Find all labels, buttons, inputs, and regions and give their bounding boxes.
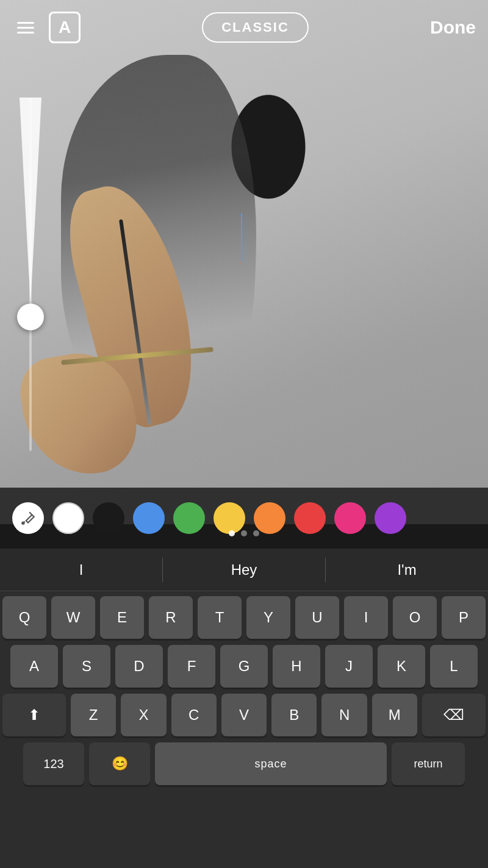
keyboard-row-1: Q W E R T Y U I O P (2, 596, 486, 639)
key-c[interactable]: C (171, 694, 217, 736)
color-white[interactable] (52, 502, 84, 534)
key-j[interactable]: J (325, 645, 373, 688)
key-m[interactable]: M (372, 694, 417, 736)
slider-track (29, 98, 32, 451)
color-yellow[interactable] (214, 502, 245, 534)
color-pink[interactable] (334, 502, 366, 534)
predictive-word-3[interactable]: I'm (326, 555, 488, 585)
key-y[interactable]: Y (246, 596, 290, 639)
key-t[interactable]: T (198, 596, 242, 639)
key-k[interactable]: K (378, 645, 425, 688)
keyboard-row-2: A S D F G H J K L (2, 645, 486, 688)
emoji-button[interactable]: 😊 (89, 742, 150, 785)
color-green[interactable] (173, 502, 205, 534)
slider-thumb[interactable] (17, 304, 44, 330)
text-cursor (241, 213, 242, 262)
shift-icon: ⬆ (28, 706, 40, 724)
key-d[interactable]: D (115, 645, 163, 688)
keyboard: Q W E R T Y U I O P A S D F G H J K L ⬆ … (0, 591, 488, 868)
color-red[interactable] (294, 502, 326, 534)
key-p[interactable]: P (442, 596, 486, 639)
key-v[interactable]: V (221, 694, 267, 736)
slider-triangle (20, 98, 41, 305)
key-q[interactable]: Q (2, 596, 46, 639)
key-w[interactable]: W (51, 596, 95, 639)
key-g[interactable]: G (220, 645, 268, 688)
key-r[interactable]: R (149, 596, 193, 639)
top-bar: A CLASSIC Done (0, 0, 488, 55)
done-button[interactable]: Done (430, 17, 476, 38)
shift-button[interactable]: ⬆ (2, 694, 66, 736)
key-s[interactable]: S (63, 645, 110, 688)
predictive-word-1[interactable]: I (0, 555, 162, 585)
key-h[interactable]: H (273, 645, 320, 688)
key-x[interactable]: X (121, 694, 166, 736)
backspace-icon: ⌫ (443, 706, 464, 724)
color-black[interactable] (93, 502, 124, 534)
hamburger-line1 (17, 22, 34, 24)
color-orange[interactable] (254, 502, 285, 534)
page-dot-1[interactable] (229, 530, 235, 536)
page-indicators (0, 530, 488, 536)
key-o[interactable]: O (393, 596, 437, 639)
color-bar (0, 488, 488, 549)
classic-style-button[interactable]: CLASSIC (202, 12, 309, 43)
key-f[interactable]: F (168, 645, 215, 688)
backspace-button[interactable]: ⌫ (422, 694, 486, 736)
hamburger-button[interactable] (12, 17, 39, 38)
key-l[interactable]: L (430, 645, 478, 688)
color-blue[interactable] (133, 502, 165, 534)
space-button[interactable]: space (155, 742, 387, 785)
key-e[interactable]: E (100, 596, 144, 639)
page-dot-2[interactable] (241, 530, 247, 536)
number-button[interactable]: 123 (23, 742, 84, 785)
predictive-text-bar: I Hey I'm (0, 549, 488, 591)
key-u[interactable]: U (295, 596, 339, 639)
key-n[interactable]: N (321, 694, 367, 736)
hamburger-line2 (17, 27, 34, 29)
canvas-area[interactable] (0, 0, 488, 524)
keyboard-row-3: ⬆ Z X C V B N M ⌫ (2, 694, 486, 736)
key-z[interactable]: Z (71, 694, 116, 736)
key-i[interactable]: I (344, 596, 388, 639)
hamburger-line3 (17, 32, 34, 34)
key-b[interactable]: B (271, 694, 317, 736)
size-slider[interactable] (18, 98, 43, 451)
return-button[interactable]: return (392, 742, 465, 785)
page-dot-3[interactable] (253, 530, 259, 536)
svg-point-0 (22, 522, 24, 524)
color-purple[interactable] (375, 502, 406, 534)
keyboard-row-4: 123 😊 space return (2, 742, 486, 785)
predictive-word-2[interactable]: Hey (163, 555, 325, 585)
key-a[interactable]: A (10, 645, 58, 688)
font-style-button[interactable]: A (49, 12, 81, 43)
eyedropper-button[interactable] (12, 502, 44, 534)
